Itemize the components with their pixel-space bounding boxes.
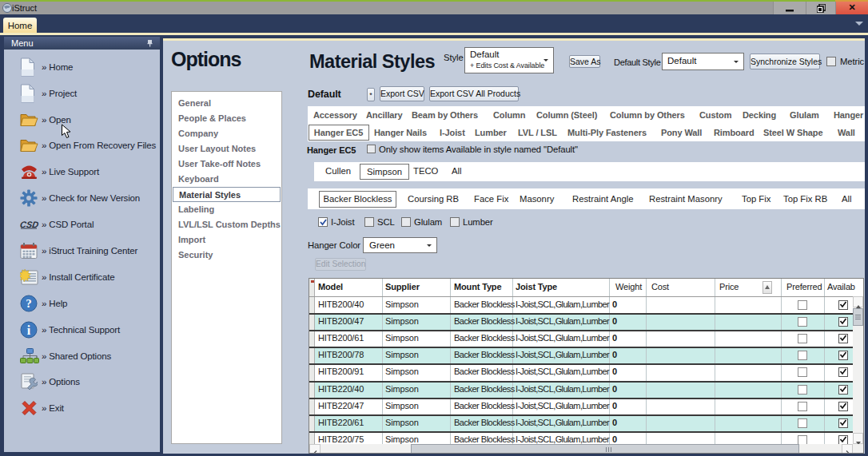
svg-text:CSD: CSD xyxy=(20,220,39,229)
svg-text:i: i xyxy=(27,323,31,337)
svg-text:?: ? xyxy=(26,297,32,310)
